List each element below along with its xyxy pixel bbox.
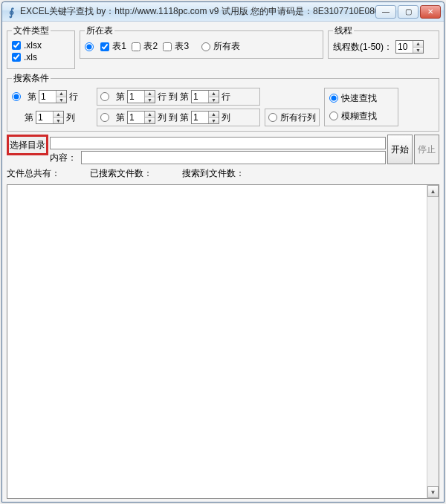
row-single-cell: 第 ▲▼ 行 bbox=[12, 90, 92, 103]
sheets-specific-radio[interactable] bbox=[85, 42, 95, 51]
all-rowcol-cell: 所有行列 bbox=[265, 109, 320, 126]
dir-input[interactable] bbox=[50, 137, 386, 149]
row-range-cell: 第 ▲▼ 行 到 第 ▲▼ 行 bbox=[97, 88, 260, 106]
content-label: 内容： bbox=[50, 152, 80, 164]
row-single-radio[interactable] bbox=[12, 92, 22, 101]
spin-down-icon[interactable]: ▼ bbox=[413, 47, 423, 54]
stat-found: 搜索到文件数： bbox=[182, 167, 245, 180]
client-area: 文件类型 .xlsx .xls 所在表 表1 bbox=[2, 22, 444, 502]
filetype-group: 文件类型 .xlsx .xls bbox=[7, 25, 75, 69]
sheets-all-radio[interactable]: 所有表 bbox=[201, 40, 240, 53]
search-group: 搜索条件 第 ▲▼ 行 第 ▲▼ bbox=[7, 72, 439, 132]
results-scrollbar[interactable]: ▲ ▼ bbox=[427, 185, 439, 498]
col-to-spinner[interactable]: ▲▼ bbox=[191, 111, 219, 124]
threads-legend: 线程 bbox=[333, 25, 354, 37]
sheet2-checkbox[interactable]: 表2 bbox=[132, 40, 158, 53]
stop-button[interactable]: 停止 bbox=[414, 135, 439, 164]
xlsx-checkbox[interactable]: .xlsx bbox=[12, 40, 42, 51]
row-single-spinner[interactable]: ▲▼ bbox=[39, 90, 67, 103]
fast-search-radio[interactable]: 快速查找 bbox=[329, 92, 390, 105]
col-single-spinner[interactable]: ▲▼ bbox=[36, 111, 64, 124]
scroll-down-icon[interactable]: ▼ bbox=[427, 486, 439, 498]
xls-check-input[interactable] bbox=[12, 53, 21, 62]
sheets-legend: 所在表 bbox=[85, 25, 114, 37]
col-single-cell: 第 ▲▼ 列 bbox=[12, 111, 92, 124]
xlsx-check-input[interactable] bbox=[12, 41, 21, 50]
search-legend: 搜索条件 bbox=[12, 72, 51, 85]
select-dir-button[interactable]: 选择目录 bbox=[7, 135, 48, 155]
all-rowcol-radio[interactable]: 所有行列 bbox=[268, 112, 316, 124]
app-window: ∮ EXCEL关键字查找 by：http://www.1118pc.com v9… bbox=[1, 1, 445, 503]
fuzzy-search-radio[interactable]: 模糊查找 bbox=[329, 110, 390, 123]
window-buttons: — ▢ ✕ bbox=[375, 5, 441, 19]
threads-spinner[interactable]: ▲ ▼ bbox=[395, 40, 424, 54]
spin-up-icon[interactable]: ▲ bbox=[56, 91, 66, 97]
col-range-radio[interactable] bbox=[100, 113, 111, 122]
search-mode-box: 快速查找 模糊查找 bbox=[324, 88, 398, 126]
col-range-cell: 第 ▲▼ 列 到 第 ▲▼ 列 bbox=[97, 109, 260, 126]
sheet3-checkbox[interactable]: 表3 bbox=[163, 40, 189, 53]
spin-up-icon[interactable]: ▲ bbox=[413, 41, 423, 47]
filetype-legend: 文件类型 bbox=[12, 25, 51, 37]
maximize-button[interactable]: ▢ bbox=[398, 5, 418, 19]
close-button[interactable]: ✕ bbox=[420, 5, 441, 19]
stats-row: 文件总共有： 已搜索文件数： 搜索到文件数： bbox=[7, 167, 439, 180]
titlebar[interactable]: ∮ EXCEL关键字查找 by：http://www.1118pc.com v9… bbox=[2, 2, 444, 22]
stat-total: 文件总共有： bbox=[7, 167, 60, 180]
scroll-up-icon[interactable]: ▲ bbox=[427, 185, 439, 197]
spin-down-icon[interactable]: ▼ bbox=[56, 97, 66, 103]
content-input[interactable] bbox=[81, 151, 386, 164]
sheets-group: 所在表 表1 表2 表3 bbox=[80, 25, 323, 59]
row-to-spinner[interactable]: ▲▼ bbox=[191, 90, 219, 103]
start-button[interactable]: 开始 bbox=[387, 135, 413, 164]
threads-input[interactable] bbox=[396, 41, 413, 53]
xls-checkbox[interactable]: .xls bbox=[12, 52, 37, 62]
minimize-button[interactable]: — bbox=[375, 5, 396, 19]
sheet1-checkbox[interactable]: 表1 bbox=[100, 40, 126, 53]
stat-searched: 已搜索文件数： bbox=[90, 167, 152, 180]
app-icon: ∮ bbox=[5, 6, 17, 18]
threads-label: 线程数(1-50)： bbox=[333, 41, 392, 54]
row-range-radio[interactable] bbox=[100, 92, 111, 101]
threads-group: 线程 线程数(1-50)： ▲ ▼ bbox=[328, 25, 439, 59]
window-title: EXCEL关键字查找 by：http://www.1118pc.com v9 试… bbox=[20, 5, 375, 18]
row-from-spinner[interactable]: ▲▼ bbox=[127, 90, 155, 103]
results-area[interactable]: ▲ ▼ bbox=[7, 184, 439, 499]
col-from-spinner[interactable]: ▲▼ bbox=[127, 111, 155, 124]
